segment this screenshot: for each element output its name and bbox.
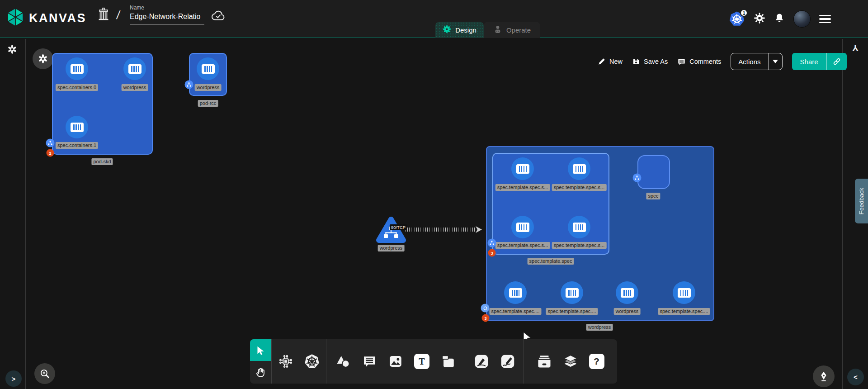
share-button[interactable]: Share: [792, 53, 847, 70]
kanvas-logo[interactable]: KANVAS: [6, 7, 86, 29]
tool-select-column: [250, 339, 271, 384]
container-icon: [678, 288, 691, 298]
left-rail: [0, 39, 26, 389]
design-flower-icon: [443, 25, 451, 35]
container-icon: [71, 123, 84, 132]
edge-arrowhead-icon: [475, 226, 482, 233]
expand-left-panel-button[interactable]: >: [5, 370, 22, 387]
comment-tool-button[interactable]: [361, 353, 378, 370]
cursor-icon: [256, 346, 265, 355]
new-button[interactable]: New: [598, 57, 623, 66]
container-icon: [516, 164, 529, 174]
organization-icon[interactable]: [97, 7, 110, 24]
group-handle-button[interactable]: [33, 48, 53, 69]
layers-tool-button[interactable]: [562, 353, 579, 370]
chevron-down-icon[interactable]: [769, 53, 782, 70]
drawer-tool-button[interactable]: [536, 353, 553, 370]
template-spec-group[interactable]: [492, 153, 609, 255]
toolbar-section-misc: ?: [524, 339, 617, 384]
hamburger-menu-icon[interactable]: [819, 15, 831, 23]
frame-tool-button[interactable]: [439, 353, 457, 370]
spec-node[interactable]: [637, 155, 670, 189]
container-node[interactable]: [197, 57, 219, 80]
new-label: New: [609, 58, 623, 65]
node-label: spec.template.spec....: [490, 308, 542, 315]
actions-dropdown-button[interactable]: Actions: [731, 53, 782, 70]
service-edge[interactable]: [406, 228, 476, 232]
pod-kind-badge[interactable]: [185, 81, 193, 89]
save-as-button[interactable]: Save As: [632, 57, 668, 66]
hand-icon: [255, 367, 266, 378]
pod-kind-badge[interactable]: [633, 174, 642, 182]
pencil-icon: [598, 57, 606, 66]
copy-link-icon[interactable]: [827, 53, 847, 70]
validator-icon[interactable]: Y: [852, 43, 859, 53]
comments-button[interactable]: Comments: [677, 57, 721, 66]
breadcrumb-separator: /: [116, 8, 121, 22]
tab-operate[interactable]: Operate: [484, 22, 540, 38]
user-avatar[interactable]: [793, 10, 811, 28]
design-name-label: Name: [130, 5, 204, 11]
save-icon: [632, 57, 640, 66]
pencil-scribble-icon: [500, 353, 516, 370]
group-label: wordpress: [586, 324, 613, 331]
container-node[interactable]: [568, 216, 590, 238]
container-node[interactable]: [673, 281, 695, 304]
error-count-badge[interactable]: 3: [488, 249, 496, 257]
kubernetes-context-button[interactable]: 1: [729, 11, 745, 27]
integrations-tool-button[interactable]: [277, 353, 294, 370]
node-label: wordpress: [195, 84, 222, 91]
save-as-label: Save As: [644, 58, 668, 65]
error-count-badge[interactable]: 3: [482, 314, 490, 322]
container-node[interactable]: [568, 157, 590, 180]
line-draw-tool-button[interactable]: [473, 353, 490, 370]
collapse-right-panel-button[interactable]: <: [847, 369, 864, 385]
shapes-tool-button[interactable]: [335, 353, 352, 370]
container-node[interactable]: [511, 216, 534, 238]
node-label: spec.template.spec....: [546, 308, 598, 315]
pen-mode-button[interactable]: [813, 365, 835, 387]
service-node[interactable]: [375, 216, 407, 246]
select-tool-button[interactable]: [250, 339, 271, 361]
kanvas-hexagon-icon: [6, 7, 24, 29]
node-label: spec.containers.0: [56, 84, 98, 91]
container-icon: [573, 223, 586, 232]
help-tool-button[interactable]: ?: [588, 353, 605, 370]
pod-kind-badge[interactable]: [46, 139, 55, 147]
notifications-bell-icon[interactable]: [774, 13, 785, 25]
cloud-saved-icon: [211, 9, 226, 24]
image-tool-button[interactable]: [387, 353, 404, 370]
feedback-tab[interactable]: Feedback: [855, 179, 868, 223]
actions-label: Actions: [731, 53, 768, 70]
design-action-bar: New Save As Comments Actions Shar: [598, 52, 847, 71]
container-node[interactable]: [66, 116, 88, 138]
node-label: spec: [646, 193, 660, 199]
settings-gear-icon[interactable]: [754, 12, 765, 26]
tab-design[interactable]: Design: [435, 22, 484, 38]
chip-icon: [278, 354, 293, 369]
expand-left-glyph: >: [12, 375, 16, 383]
design-spinner-icon[interactable]: [7, 44, 17, 56]
node-label: spec.template.spec.s...: [552, 242, 607, 249]
design-name-input[interactable]: Edge-Network-Relatio: [130, 13, 204, 24]
zoom-search-button[interactable]: [34, 363, 55, 384]
container-node[interactable]: [511, 157, 534, 180]
container-icon: [71, 64, 84, 74]
kubernetes-tool-button[interactable]: [303, 353, 321, 370]
design-name-field[interactable]: Name Edge-Network-Relatio: [130, 5, 204, 24]
shapes-icon: [335, 354, 351, 369]
pod-kind-badge[interactable]: [488, 239, 496, 247]
tab-design-label: Design: [455, 26, 476, 34]
deployment-kind-badge[interactable]: [481, 304, 490, 313]
container-node[interactable]: [123, 57, 146, 80]
container-node[interactable]: [504, 281, 527, 304]
comment-icon: [362, 354, 377, 369]
freehand-draw-tool-button[interactable]: [499, 353, 516, 370]
text-tool-button[interactable]: T: [413, 353, 430, 370]
kanvas-app: KANVAS / Name Edge-Network-Relatio: [0, 0, 868, 389]
container-node[interactable]: [66, 57, 88, 80]
container-node[interactable]: [561, 281, 583, 304]
container-node[interactable]: [616, 281, 638, 304]
error-count-badge[interactable]: 2: [47, 149, 54, 157]
pan-tool-button[interactable]: [250, 361, 271, 384]
